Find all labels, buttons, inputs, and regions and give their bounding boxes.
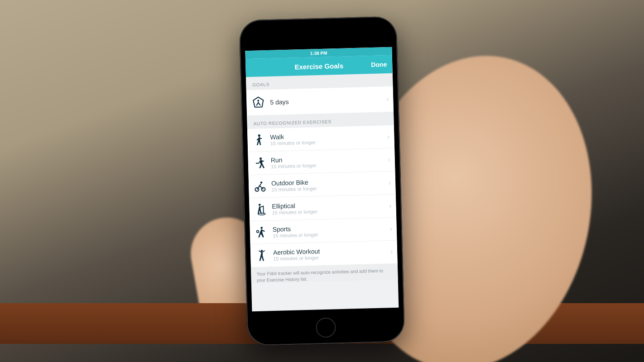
- chevron-right-icon: ›: [390, 248, 393, 256]
- nav-header: Exercise Goals Done: [245, 55, 393, 77]
- svg-point-7: [259, 204, 261, 206]
- goals-badge-icon: [252, 96, 265, 109]
- exercise-row-sports[interactable]: Sports 15 minutes or longer ›: [250, 218, 397, 244]
- exercise-row-aerobic[interactable]: Aerobic Workout 15 minutes or longer ›: [250, 241, 398, 267]
- exercise-sub: 15 minutes or longer: [272, 209, 318, 215]
- exercise-sub: 15 minutes or longer: [271, 186, 317, 192]
- elliptical-icon: [255, 202, 267, 216]
- chevron-right-icon: ›: [389, 179, 391, 187]
- goals-value: 5 days: [270, 98, 289, 106]
- svg-point-1: [257, 100, 259, 102]
- sports-icon: [255, 225, 268, 239]
- svg-point-9: [260, 227, 263, 229]
- exercise-row-run[interactable]: Run 15 minutes or longer ›: [248, 148, 395, 175]
- walk-icon: [253, 133, 265, 147]
- app-screen: 1:38 PM Exercise Goals Done GOALS 5 days: [245, 47, 399, 311]
- svg-point-2: [258, 134, 260, 137]
- svg-point-6: [260, 181, 263, 184]
- phone-frame: 1:38 PM Exercise Goals Done GOALS 5 days: [239, 16, 405, 346]
- chevron-right-icon: ›: [386, 95, 389, 103]
- chevron-right-icon: ›: [389, 225, 392, 233]
- exercise-sub: 15 minutes or longer: [270, 139, 316, 146]
- chevron-right-icon: ›: [389, 202, 392, 210]
- aerobic-icon: [256, 248, 268, 262]
- goals-row[interactable]: 5 days ›: [246, 86, 394, 116]
- page-title: Exercise Goals: [294, 62, 343, 71]
- exercise-sub: 15 minutes or longer: [273, 232, 318, 238]
- done-button[interactable]: Done: [371, 55, 387, 74]
- status-bar-time: 1:38 PM: [310, 50, 327, 56]
- chevron-right-icon: ›: [387, 133, 390, 141]
- exercise-sub: 15 minutes or longer: [273, 255, 320, 262]
- exercise-sub: 15 minutes or longer: [271, 162, 317, 169]
- exercise-row-bike[interactable]: Outdoor Bike 15 minutes or longer ›: [249, 171, 396, 198]
- bike-icon: [254, 179, 266, 193]
- chevron-right-icon: ›: [388, 156, 390, 164]
- run-icon: [254, 156, 266, 170]
- exercise-row-walk[interactable]: Walk 15 minutes or longer ›: [247, 125, 394, 152]
- svg-point-8: [258, 213, 265, 215]
- svg-point-10: [256, 230, 259, 233]
- svg-point-3: [260, 157, 262, 160]
- exercise-row-elliptical[interactable]: Elliptical 15 minutes or longer ›: [249, 195, 396, 221]
